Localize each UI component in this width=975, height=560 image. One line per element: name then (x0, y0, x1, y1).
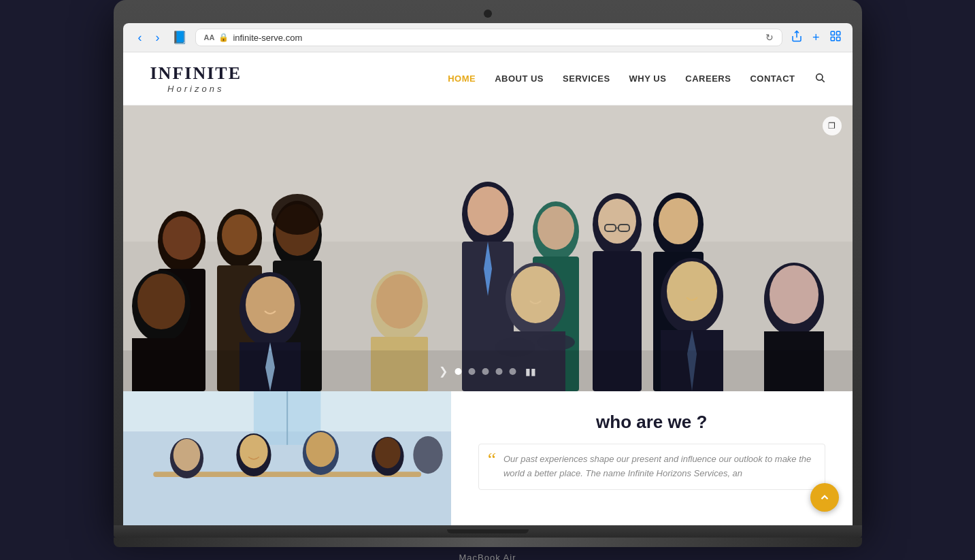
new-tab-button[interactable]: + (812, 31, 820, 45)
fullscreen-icon[interactable]: ❐ (823, 116, 842, 135)
tabs-button[interactable] (829, 30, 842, 46)
logo-area: INFINITE Horizons (150, 63, 242, 94)
macbook-bottom-notch (447, 529, 529, 533)
svg-line-5 (822, 80, 825, 82)
hero-image (123, 105, 853, 391)
browser-action-buttons: + (791, 30, 842, 46)
svg-rect-2 (831, 37, 834, 40)
macbook-base (114, 525, 862, 538)
bookmarks-button[interactable]: 📘 (172, 30, 187, 45)
macbook-label: MacBook Air (114, 547, 862, 560)
svg-rect-0 (831, 31, 834, 35)
logo-horizons: Horizons (150, 84, 242, 94)
svg-point-33 (659, 198, 698, 244)
meeting-image (123, 391, 451, 525)
svg-rect-3 (836, 37, 840, 40)
who-content: who are we ? “ Our past experiences shap… (451, 391, 853, 525)
aa-label: AA (204, 33, 215, 42)
scroll-to-top-button[interactable] (810, 483, 839, 512)
who-quote-text: Our past experiences shape our present a… (503, 454, 811, 478)
svg-point-45 (537, 334, 575, 350)
screen-bezel: ‹ › 📘 AA 🔒 infinite-serve.com ↻ (123, 23, 853, 525)
slider-next-arrow[interactable]: ❯ (439, 365, 448, 378)
logo-infinite: INFINITE (150, 63, 242, 84)
slider-dot-3[interactable] (482, 368, 489, 375)
address-bar[interactable]: AA 🔒 infinite-serve.com ↻ (195, 29, 782, 46)
url-text: infinite-serve.com (233, 33, 761, 43)
svg-point-27 (598, 199, 636, 244)
hero-slider: ❐ ❯ ▮▮ (123, 105, 853, 391)
browser-chrome: ‹ › 📘 AA 🔒 infinite-serve.com ↻ (123, 23, 853, 52)
who-images (123, 391, 451, 525)
lock-icon: 🔒 (218, 33, 229, 42)
who-title: who are we ? (478, 412, 825, 433)
svg-point-43 (511, 266, 560, 323)
svg-point-36 (246, 276, 295, 333)
macbook-body: ‹ › 📘 AA 🔒 infinite-serve.com ↻ (114, 0, 862, 525)
meeting-svg (123, 391, 451, 525)
svg-point-52 (770, 265, 819, 324)
svg-point-4 (816, 73, 822, 80)
svg-rect-1 (836, 31, 840, 35)
forward-button[interactable]: › (152, 29, 164, 46)
svg-point-10 (163, 216, 201, 260)
slider-dot-4[interactable] (495, 368, 502, 375)
nav-contact[interactable]: CONTACT (750, 73, 795, 84)
svg-point-67 (305, 432, 335, 467)
nav-services[interactable]: SERVICES (563, 73, 610, 84)
nav-about[interactable]: ABOUT US (495, 73, 544, 84)
nav-careers[interactable]: CAREERS (685, 73, 731, 84)
site-nav: HOME ABOUT US SERVICES WHY US CAREERS CO… (448, 72, 825, 86)
slider-dot-5[interactable] (509, 368, 516, 375)
quote-mark-icon: “ (486, 450, 497, 469)
macbook-stand (114, 538, 862, 547)
reload-button[interactable]: ↻ (765, 32, 774, 43)
who-quote-block: “ Our past experiences shape our present… (478, 444, 825, 490)
macbook-frame: ‹ › 📘 AA 🔒 infinite-serve.com ↻ (114, 0, 862, 560)
slider-pause-button[interactable]: ▮▮ (525, 366, 536, 377)
search-icon[interactable] (814, 72, 825, 86)
back-button[interactable]: ‹ (134, 29, 146, 46)
svg-rect-58 (123, 431, 451, 525)
svg-point-21 (271, 194, 323, 235)
svg-point-63 (173, 439, 199, 471)
who-section: who are we ? “ Our past experiences shap… (123, 391, 853, 525)
svg-point-16 (467, 186, 508, 235)
svg-point-40 (376, 274, 423, 329)
nav-why-us[interactable]: WHY US (629, 73, 667, 84)
share-button[interactable] (791, 30, 803, 46)
website-content: INFINITE Horizons HOME ABOUT US SERVICES… (123, 52, 853, 525)
svg-point-48 (667, 261, 717, 321)
svg-point-65 (239, 435, 267, 468)
nav-home[interactable]: HOME (448, 73, 476, 84)
svg-point-69 (375, 438, 400, 468)
camera-notch (484, 10, 492, 18)
svg-point-55 (137, 274, 185, 329)
slider-nav: ❯ ▮▮ (439, 365, 536, 378)
svg-point-13 (222, 214, 257, 255)
site-header: INFINITE Horizons HOME ABOUT US SERVICES… (123, 52, 853, 105)
slider-dot-1[interactable] (455, 368, 461, 375)
svg-point-70 (413, 436, 442, 474)
slider-dot-2[interactable] (468, 368, 475, 375)
svg-point-24 (538, 206, 574, 250)
browser-nav-buttons: ‹ › (134, 29, 164, 46)
